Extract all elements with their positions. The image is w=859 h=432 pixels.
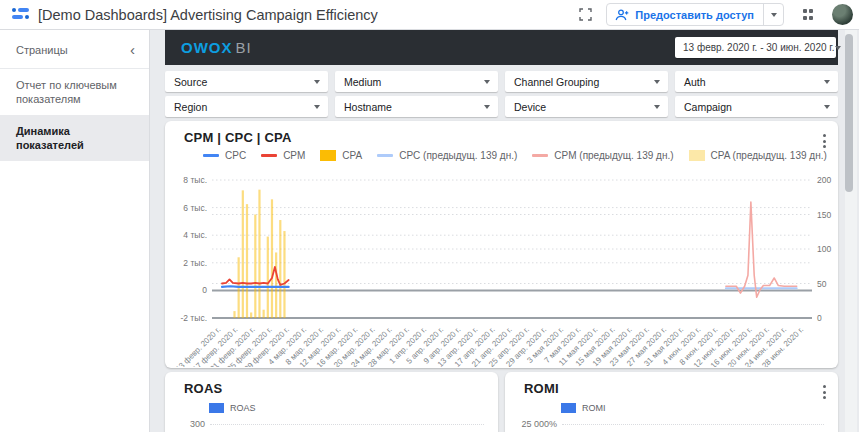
report-title: [Demo Dashboards] Advertising Campaign E… (38, 7, 378, 23)
roas-axis-tick: 300 (165, 419, 205, 429)
romi-title: ROMI (524, 381, 559, 396)
svg-text:8 тыс.: 8 тыс. (183, 175, 207, 185)
filter-label: Channel Grouping (514, 76, 599, 88)
romi-legend: ROMI (561, 403, 606, 413)
filter-medium[interactable]: Medium (335, 71, 498, 92)
sidebar-collapse-icon[interactable]: ‹ (130, 45, 135, 55)
svg-text:4 тыс.: 4 тыс. (183, 230, 207, 240)
cpm-cpc-cpa-card: CPM | CPC | CPA CPCCPMCPACPC (предыдущ. … (165, 121, 838, 368)
romi-axis-row: 25 000% (505, 419, 824, 429)
owox-logo: OWOX (181, 39, 233, 56)
filter-auth[interactable]: Auth (675, 71, 838, 92)
svg-text:0: 0 (202, 285, 207, 295)
legend-swatch (377, 154, 393, 157)
legend-item: CPC (предыдущ. 139 дн.) (377, 150, 517, 161)
legend-swatch (689, 150, 705, 161)
sidebar-header: Страницы ‹ (0, 30, 149, 68)
sidebar-item-metrics-dynamics[interactable]: Динамика показателей (0, 115, 149, 161)
report-canvas: OWOX BI 13 февр. 2020 г. - 30 июн. 2020 … (150, 30, 859, 432)
chevron-down-icon (484, 80, 490, 84)
legend-item: CPA (предыдущ. 139 дн.) (689, 150, 827, 161)
chevron-down-icon (654, 80, 660, 84)
google-apps-icon[interactable] (797, 4, 819, 26)
filter-row-1: SourceMediumChannel GroupingAuth (165, 71, 838, 92)
app-window: [Demo Dashboards] Advertising Campaign E… (0, 0, 859, 432)
filter-label: Auth (684, 76, 706, 88)
filter-label: Device (514, 101, 546, 113)
line-cpc (222, 286, 289, 287)
legend-label: CPC (предыдущ. 139 дн.) (399, 150, 517, 161)
cpm-cpc-cpa-chart[interactable]: 8 тыс.6 тыс.4 тыс.2 тыс.0-2 тыс.20015010… (165, 167, 838, 367)
romi-card: ROMI ROMI 25 000% (505, 372, 838, 432)
chart-title: CPM | CPC | CPA (184, 130, 292, 145)
svg-text:100: 100 (817, 244, 831, 254)
chart-menu-kebab-icon[interactable] (823, 133, 826, 149)
legend-item: CPC (203, 150, 246, 161)
chevron-down-icon (484, 105, 490, 109)
roas-legend: ROAS (209, 403, 256, 413)
filter-channel-grouping[interactable]: Channel Grouping (505, 71, 668, 92)
fullscreen-glyph (579, 8, 592, 21)
filter-region[interactable]: Region (165, 96, 328, 117)
chevron-down-icon (314, 105, 320, 109)
share-options-dropdown[interactable] (763, 4, 783, 25)
roas-legend-swatch (209, 403, 224, 413)
apps-grid-glyph (803, 9, 814, 20)
svg-text:-2 тыс.: -2 тыс. (180, 313, 207, 323)
legend-item: CPM (261, 150, 305, 161)
legend-label: CPM (предыдущ. 139 дн.) (554, 150, 673, 161)
legend-label: CPA (предыдущ. 139 дн.) (711, 150, 827, 161)
share-access-main[interactable]: Предоставить доступ (607, 4, 763, 25)
legend-item: CPA (320, 150, 362, 161)
top-app-bar: [Demo Dashboards] Advertising Campaign E… (0, 0, 859, 30)
filter-label: Region (174, 101, 207, 113)
svg-text:6 тыс.: 6 тыс. (183, 203, 207, 213)
roas-legend-label: ROAS (230, 403, 256, 413)
romi-menu-kebab-icon[interactable] (823, 384, 826, 400)
chevron-down-icon (654, 105, 660, 109)
sidebar-item-key-metrics-report[interactable]: Отчет по ключевым показателям (0, 69, 149, 115)
legend-swatch (261, 154, 277, 157)
chevron-down-icon (771, 13, 777, 17)
romi-gridline (562, 424, 824, 425)
legend-label: CPM (283, 150, 305, 161)
romi-legend-swatch (561, 403, 576, 413)
bars-cpa (233, 190, 285, 318)
data-studio-logo-icon (12, 8, 29, 21)
legend-item: CPM (предыдущ. 139 дн.) (532, 150, 673, 161)
romi-axis-tick: 25 000% (505, 419, 557, 429)
legend-label: CPA (342, 150, 362, 161)
roas-title: ROAS (184, 381, 222, 396)
user-avatar[interactable] (832, 4, 853, 25)
page-scrollbar (845, 30, 857, 432)
svg-text:2 тыс.: 2 тыс. (183, 258, 207, 268)
roas-card: ROAS ROAS 300 (165, 372, 498, 432)
legend-swatch (203, 154, 219, 157)
filter-label: Campaign (684, 101, 732, 113)
date-range-value: 13 февр. 2020 г. - 30 июн. 2020 г. (683, 42, 835, 53)
filter-device[interactable]: Device (505, 96, 668, 117)
chevron-down-icon (835, 46, 841, 50)
x-axis-labels: 13 февр. 2020 г.17 февр. 2020 г.21 февр.… (174, 325, 805, 367)
gridlines (212, 180, 812, 318)
owox-bi-logo-suffix: BI (236, 39, 252, 56)
left-axis-labels: 8 тыс.6 тыс.4 тыс.2 тыс.0-2 тыс. (180, 175, 207, 323)
filter-controls: SourceMediumChannel GroupingAuth RegionH… (165, 71, 838, 121)
page-scrollbar-thumb[interactable] (845, 34, 853, 192)
fullscreen-icon[interactable] (574, 4, 596, 26)
svg-text:0: 0 (817, 313, 822, 323)
filter-label: Hostname (344, 101, 392, 113)
date-range-picker[interactable]: 13 февр. 2020 г. - 30 июн. 2020 г. (675, 37, 836, 58)
chevron-down-icon (824, 105, 830, 109)
filter-hostname[interactable]: Hostname (335, 96, 498, 117)
pages-sidebar: Страницы ‹ Отчет по ключевым показателям… (0, 30, 150, 432)
roas-gridline (210, 424, 484, 425)
share-access-label: Предоставить доступ (635, 9, 754, 21)
legend-swatch (532, 154, 548, 157)
filter-row-2: RegionHostnameDeviceCampaign (165, 96, 838, 117)
filter-source[interactable]: Source (165, 71, 328, 92)
svg-text:50: 50 (817, 279, 827, 289)
filter-campaign[interactable]: Campaign (675, 96, 838, 117)
share-access-button[interactable]: Предоставить доступ (606, 3, 784, 26)
filter-label: Source (174, 76, 207, 88)
